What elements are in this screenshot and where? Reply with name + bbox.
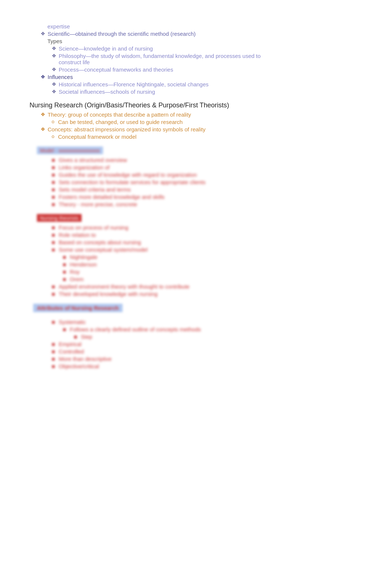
- list-item: expertise: [30, 23, 362, 30]
- highlight-text: Model - xxxxxxxxxxxxxxxx: [40, 148, 100, 154]
- list-item: ■ Systematic: [30, 319, 362, 325]
- list-item: ■ Links organization of: [30, 164, 362, 170]
- square-bullet: ■: [52, 224, 55, 231]
- square-bullet: ■: [52, 194, 55, 200]
- square-bullet: ■: [52, 164, 55, 170]
- list-item: ■ Controlled: [30, 348, 362, 355]
- item-text: Sets model criteria and terms: [59, 186, 131, 193]
- item-text: expertise: [48, 23, 70, 30]
- list-item: ■ Henderson: [30, 261, 362, 268]
- list-item: ■ Sets model criteria and terms: [30, 186, 362, 193]
- item-text: Guides the use of knowledge with regard …: [59, 172, 197, 178]
- list-item: ❖ Influences: [30, 74, 362, 80]
- nursing-research-section: Nursing Research (Origin/Basis/Theories …: [30, 101, 362, 140]
- list-item: ■ Empirical: [30, 341, 362, 347]
- item-text: Role relation to: [59, 232, 96, 238]
- highlight-text-2: Nursing theorists: [40, 215, 79, 221]
- page-content: expertise ❖ Scientific—obtained through …: [30, 23, 362, 369]
- square-bullet: ■: [52, 291, 55, 297]
- list-item: ■ Role relation to: [30, 232, 362, 238]
- list-item: o Conceptual framework or model: [30, 134, 362, 140]
- item-text: Societal influences—schools of nursing: [59, 89, 155, 95]
- list-item: ❖ Historical influences—Florence Nightin…: [30, 81, 362, 87]
- list-item: ■ Objective/critical: [30, 363, 362, 369]
- list-item: Types: [30, 38, 362, 44]
- diamond-icon: ❖: [41, 31, 45, 37]
- item-text: More than descriptive: [59, 356, 111, 362]
- circle-bullet-icon: o: [52, 134, 54, 139]
- item-text: Philosophy—the study of wisdom, fundamen…: [59, 53, 269, 65]
- diamond-icon: ❖: [52, 81, 56, 87]
- highlight-bar: Model - xxxxxxxxxxxxxxxx: [37, 146, 103, 154]
- diamond-icon: ❖: [52, 89, 56, 94]
- item-text: Their developed knowledge with nursing: [59, 291, 158, 297]
- section-heading: Nursing Research (Origin/Basis/Theories …: [30, 101, 362, 109]
- diamond-icon: ❖: [52, 53, 56, 59]
- square-bullet: ■: [52, 179, 55, 185]
- square-bullet: ■: [52, 157, 55, 163]
- list-item: ■ Theory - more precise, concrete: [30, 201, 362, 207]
- item-text: Fosters more detailed knowledge and skil…: [59, 194, 165, 200]
- item-text: Influences: [48, 74, 73, 80]
- square-bullet: ■: [52, 348, 55, 355]
- item-text: Henderson: [70, 261, 97, 268]
- square-bullet: ■: [63, 261, 66, 268]
- item-text: Focus on process of nursing: [59, 224, 128, 231]
- list-item: ■ Guides the use of knowledge with regar…: [30, 172, 362, 178]
- list-item: ■ Focus on process of nursing: [30, 224, 362, 231]
- item-text: Types: [48, 38, 62, 44]
- list-item: ❖ Science—knowledge in and of nursing: [30, 45, 362, 52]
- list-item: ■ Their developed knowledge with nursing: [30, 291, 362, 297]
- square-bullet: ■: [52, 283, 55, 290]
- square-bullet: ■: [52, 232, 55, 238]
- item-text: Step: [81, 334, 92, 340]
- list-item: ■ More than descriptive: [30, 356, 362, 362]
- blurred-section-3: Attributes of Nursing Research: [30, 304, 362, 312]
- top-section: expertise ❖ Scientific—obtained through …: [30, 23, 362, 95]
- list-item: ■ Sets connection to formulate services …: [30, 179, 362, 185]
- list-item: ❖ Societal influences—schools of nursing: [30, 89, 362, 95]
- list-item: ❖ Philosophy—the study of wisdom, fundam…: [30, 53, 269, 65]
- plain-bullet: [41, 23, 45, 30]
- attributes-text: Attributes of Nursing Research: [37, 305, 119, 311]
- item-text: Theory: group of concepts that describe …: [48, 111, 191, 118]
- list-item: ■ Applied environment theory with though…: [30, 283, 362, 290]
- square-bullet: ■: [52, 186, 55, 193]
- list-item: ■ Step: [30, 334, 362, 340]
- list-item: ■ Based on concepts about nursing: [30, 239, 362, 245]
- blurred-section-1: Model - xxxxxxxxxxxxxxxx ■ Gives a struc…: [30, 146, 362, 207]
- item-text: Concepts: abstract impressions organized…: [48, 126, 206, 132]
- item-text: Historical influences—Florence Nightinga…: [59, 81, 209, 87]
- list-item: ❖ Scientific—obtained through the scient…: [30, 31, 362, 37]
- attributes-highlight: Attributes of Nursing Research: [33, 304, 123, 312]
- list-item: ■ Some use conceptual system/model: [30, 246, 362, 253]
- list-item: ■ Roy: [30, 269, 362, 275]
- item-text: Some use conceptual system/model: [59, 246, 148, 253]
- item-text: Conceptual framework or model: [58, 134, 137, 140]
- list-item: ❖ Theory: group of concepts that describ…: [30, 111, 362, 118]
- square-bullet: ■: [52, 239, 55, 245]
- item-text: Can be tested, changed, or used to guide…: [58, 119, 183, 125]
- item-text: Objective/critical: [59, 363, 99, 369]
- item-text: Controlled: [59, 348, 84, 355]
- list-item: ■ Follows a clearly defined outline of c…: [30, 326, 362, 332]
- square-bullet: ■: [63, 269, 66, 275]
- item-text: Science—knowledge in and of nursing: [59, 45, 153, 52]
- item-text: Gives a structured overview: [59, 157, 127, 163]
- diamond-icon: ❖: [41, 111, 45, 117]
- highlight-bar-2: Nursing theorists: [37, 214, 82, 222]
- item-text: Links organization of: [59, 164, 110, 170]
- item-text: Orem: [70, 276, 84, 282]
- diamond-icon: ❖: [52, 45, 56, 51]
- item-text: Theory - more precise, concrete: [59, 201, 137, 207]
- item-text: Empirical: [59, 341, 82, 347]
- item-text: Sets connection to formulate services fo…: [59, 179, 206, 185]
- diamond-icon: ❖: [41, 126, 45, 132]
- square-bullet: ■: [52, 356, 55, 362]
- item-text: Process—conceptual frameworks and theori…: [59, 66, 173, 73]
- blurred-section-4: ■ Systematic ■ Follows a clearly defined…: [30, 319, 362, 369]
- list-item: ■ Fosters more detailed knowledge and sk…: [30, 194, 362, 200]
- item-text: Roy: [70, 269, 80, 275]
- square-bullet: ■: [63, 326, 66, 332]
- list-item: ❖ Process—conceptual frameworks and theo…: [30, 66, 362, 73]
